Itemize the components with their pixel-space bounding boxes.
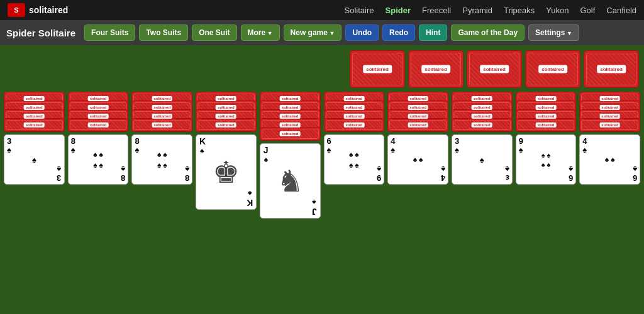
nav-freecell[interactable]: Freecell [422, 6, 451, 15]
one-suit-button[interactable]: One Suit [192, 24, 236, 41]
nav-tripeaks[interactable]: Tripeaks [504, 6, 535, 15]
logo-text: solitaired [29, 5, 68, 15]
card-back: solitaired [516, 118, 577, 132]
toolbar: Spider Solitaire Four Suits Two Suits On… [0, 20, 644, 45]
columns-row: solitaired solitaired solitaired solitai… [4, 92, 640, 309]
card-back: solitaired [579, 118, 640, 132]
stock-pile-4[interactable]: solitaired [525, 50, 580, 88]
more-button[interactable]: More [241, 24, 280, 41]
nav-yukon[interactable]: Yukon [546, 6, 569, 15]
card-stack-7: solitaired solitaired solitaired solitai… [387, 92, 448, 134]
card-face-8-spades-3[interactable]: 8♠ ♠♠♠♠ 8♠ [131, 134, 192, 185]
card-stack-1: solitaired solitaired solitaired solitai… [4, 92, 65, 134]
nav-solitaire[interactable]: Solitaire [345, 6, 374, 15]
card-face-4-spades-7[interactable]: 4♠ ♠♠ 4♠ [387, 134, 448, 185]
column-1[interactable]: solitaired solitaired solitaired solitai… [4, 92, 65, 309]
nav-pyramid[interactable]: Pyramid [462, 6, 492, 15]
column-2[interactable]: solitaired solitaired solitaired solitai… [68, 92, 129, 309]
card-face-8-spades-2[interactable]: 8♠ ♠♠♠♠ 8♠ [68, 134, 129, 185]
column-9[interactable]: solitaired solitaired solitaired solitai… [516, 92, 577, 309]
game-title: Spider Solitaire [6, 28, 75, 38]
card-face-3-spades-8[interactable]: 3♠ ♠ ε♠ [452, 134, 513, 185]
card-back: solitaired [452, 118, 513, 132]
column-4[interactable]: solitaired solitaired solitaired solitai… [196, 92, 257, 309]
new-game-button[interactable]: New game [284, 24, 342, 41]
logo-area: S solitaired [8, 3, 68, 17]
card-stack-9: solitaired solitaired solitaired solitai… [516, 92, 577, 134]
card-back: solitaired [131, 118, 192, 132]
card-stack-5: solitaired solitaired solitaired solitai… [260, 92, 321, 143]
card-face-king-spades[interactable]: K ♠ ♚ K ♠ [196, 134, 257, 210]
card-stack-8: solitaired solitaired solitaired solitai… [452, 92, 513, 134]
top-nav: S solitaired Solitaire Spider Freecell P… [0, 0, 644, 20]
card-stack-10: solitaired solitaired solitaired solitai… [579, 92, 640, 134]
card-back: solitaired [68, 118, 129, 132]
two-suits-button[interactable]: Two Suits [139, 24, 188, 41]
column-5[interactable]: solitaired solitaired solitaired solitai… [260, 92, 321, 309]
card-back: solitaired [196, 118, 257, 132]
card-back: solitaired [260, 127, 321, 141]
column-6[interactable]: solitaired solitaired solitaired solitai… [324, 92, 385, 309]
nav-links: Solitaire Spider Freecell Pyramid Tripea… [345, 6, 636, 15]
column-10[interactable]: solitaired solitaired solitaired solitai… [579, 92, 640, 309]
settings-button[interactable]: Settings [528, 24, 579, 41]
column-3[interactable]: solitaired solitaired solitaired solitai… [131, 92, 192, 309]
card-back: solitaired [324, 118, 385, 132]
undo-button[interactable]: Undo [345, 24, 379, 41]
nav-golf[interactable]: Golf [580, 6, 595, 15]
stock-pile-3[interactable]: solitaired [467, 50, 522, 88]
stock-pile-5[interactable]: solitaired [584, 50, 639, 88]
column-8[interactable]: solitaired solitaired solitaired solitai… [452, 92, 513, 309]
card-back: solitaired [4, 118, 65, 132]
nav-spider[interactable]: Spider [386, 6, 411, 15]
stock-row: solitaired solitaired solitaired solitai… [4, 50, 640, 88]
hint-button[interactable]: Hint [419, 24, 447, 41]
column-7[interactable]: solitaired solitaired solitaired solitai… [387, 92, 448, 309]
card-face-3-spades[interactable]: 3♠ ♠ 3♠ [4, 134, 65, 185]
redo-button[interactable]: Redo [382, 24, 415, 41]
stock-pile-2[interactable]: solitaired [408, 50, 464, 88]
svg-text:S: S [14, 6, 18, 14]
card-stack-4: solitaired solitaired solitaired solitai… [196, 92, 257, 134]
card-face-6-spades[interactable]: 6♠ ♠♠♠♠ 9♠ [324, 134, 385, 185]
stock-pile-1[interactable]: solitaired [350, 50, 405, 88]
card-face-jack-spades[interactable]: J ♠ ♞ J ♠ [260, 143, 321, 219]
card-face-4-spades-10[interactable]: 4♠ ♠♠ 6♠ [579, 134, 640, 185]
nav-canfield[interactable]: Canfield [606, 6, 636, 15]
card-stack-6: solitaired solitaired solitaired solitai… [324, 92, 385, 134]
card-stack-2: solitaired solitaired solitaired solitai… [68, 92, 129, 134]
logo-icon: S [8, 3, 25, 17]
card-face-9-spades[interactable]: 9♠ ♠♠♠♠ 6♠ [516, 134, 577, 185]
card-stack-3: solitaired solitaired solitaired solitai… [131, 92, 192, 134]
game-of-day-button[interactable]: Game of the Day [451, 24, 525, 41]
four-suits-button[interactable]: Four Suits [84, 24, 135, 41]
card-back: solitaired [387, 118, 448, 132]
game-area: solitaired solitaired solitaired solitai… [0, 45, 644, 314]
